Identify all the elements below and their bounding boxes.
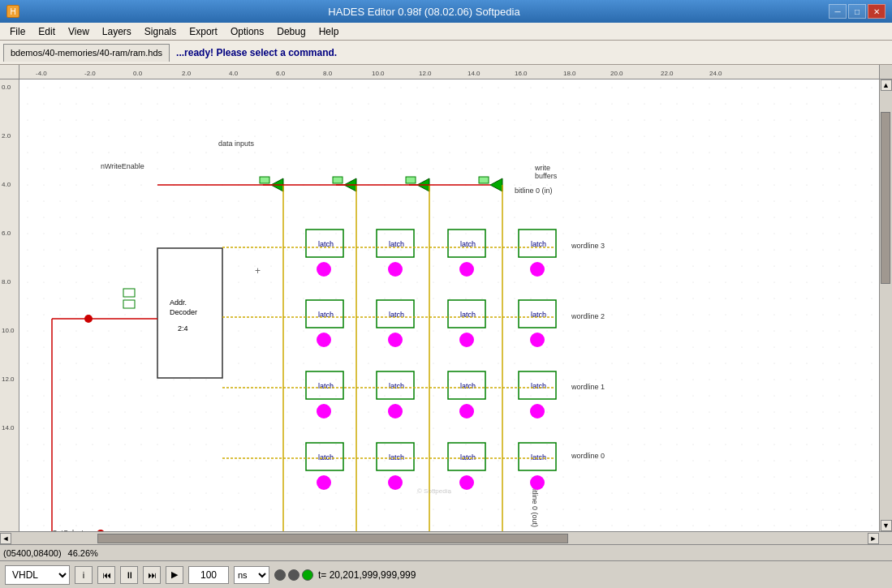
- svg-text:+: +: [255, 265, 261, 277]
- svg-text:nCntSelect: nCntSelect: [48, 529, 84, 531]
- scroll-down-button[interactable]: ▼: [881, 520, 892, 531]
- minimize-button[interactable]: ─: [829, 4, 847, 19]
- svg-point-80: [459, 404, 474, 418]
- svg-text:buffers: buffers: [535, 172, 558, 180]
- svg-text:Decoder: Decoder: [170, 308, 197, 316]
- svg-point-86: [317, 475, 331, 490]
- svg-text:latch: latch: [318, 382, 334, 390]
- pause-button[interactable]: ⏸: [120, 566, 138, 584]
- simulation-status-dots: [274, 569, 313, 581]
- svg-rect-1: [19, 79, 879, 531]
- sim-dot-3: [302, 569, 313, 581]
- ruler-vertical: 0.0 2.0 4.0 6.0 8.0 10.0 12.0 14.0: [0, 79, 19, 531]
- svg-text:bitline 0 (in): bitline 0 (in): [515, 187, 553, 195]
- time-input[interactable]: [188, 566, 229, 584]
- svg-text:latch: latch: [531, 382, 546, 390]
- svg-text:© Softpedia: © Softpedia: [417, 487, 451, 495]
- svg-point-77: [388, 404, 403, 418]
- bottom-toolbar: VHDL i ⏮ ⏸ ⏭ ▶ ns ps us ms t= 20,201,999…: [0, 560, 892, 588]
- svg-point-53: [388, 262, 403, 277]
- svg-text:data inputs: data inputs: [218, 139, 255, 148]
- svg-text:wordline 2: wordline 2: [571, 312, 605, 320]
- menu-layers[interactable]: Layers: [96, 24, 138, 39]
- menu-bar: File Edit View Layers Signals Export Opt…: [0, 23, 892, 41]
- scroll-left-button[interactable]: ◄: [0, 533, 11, 544]
- vhdl-select[interactable]: VHDL: [5, 565, 70, 585]
- svg-point-59: [530, 262, 545, 277]
- svg-rect-41: [479, 177, 489, 183]
- svg-point-68: [459, 333, 474, 347]
- svg-rect-21: [123, 300, 135, 308]
- menu-view[interactable]: View: [62, 24, 96, 39]
- app-icon: H: [6, 5, 19, 18]
- window-title: HADES Editor 0.98f (08.02.06) Softpedia: [19, 6, 829, 18]
- status-bar: (05400,08400) 46.26%: [0, 544, 892, 560]
- svg-text:latch: latch: [460, 382, 476, 390]
- menu-edit[interactable]: Edit: [32, 24, 62, 39]
- svg-text:latch: latch: [460, 453, 476, 461]
- menu-signals[interactable]: Signals: [138, 24, 183, 39]
- info-button[interactable]: i: [75, 566, 93, 584]
- svg-text:latch: latch: [389, 382, 404, 390]
- sim-dot-1: [274, 569, 286, 581]
- close-button[interactable]: ✕: [868, 4, 886, 19]
- svg-point-83: [530, 404, 545, 418]
- menu-export[interactable]: Export: [183, 24, 224, 39]
- menu-options[interactable]: Options: [224, 24, 270, 39]
- horizontal-scroll-track[interactable]: [11, 533, 868, 544]
- status-message: ...ready! Please select a command.: [176, 47, 337, 58]
- schematic-svg: nWriteEnable data inputs write buffers b…: [19, 79, 879, 531]
- play-button[interactable]: ▶: [166, 566, 183, 584]
- svg-point-56: [459, 262, 474, 277]
- svg-text:bitline 0 (out): bitline 0 (out): [531, 485, 539, 527]
- svg-rect-29: [260, 177, 269, 183]
- svg-point-89: [388, 475, 403, 490]
- svg-point-24: [84, 315, 93, 323]
- horizontal-scrollbar[interactable]: ◄ ►: [0, 531, 892, 544]
- menu-help[interactable]: Help: [312, 24, 346, 39]
- svg-text:Addr.: Addr.: [170, 298, 187, 307]
- svg-text:latch: latch: [318, 453, 334, 461]
- svg-rect-20: [123, 289, 135, 297]
- rewind-button[interactable]: ⏮: [97, 566, 115, 584]
- svg-point-50: [317, 262, 331, 277]
- svg-text:2:4: 2:4: [178, 324, 188, 333]
- svg-point-92: [459, 475, 474, 490]
- file-path-tab[interactable]: bdemos/40-memories/40-ram/ram.hds: [3, 44, 170, 62]
- coordinates-display: (05400,08400): [3, 548, 62, 558]
- svg-point-65: [388, 333, 403, 347]
- svg-point-95: [530, 475, 545, 490]
- ruler-horizontal: -4.0 -2.0 0.0 2.0 4.0 6.0 8.0 10.0 12.0 …: [19, 65, 879, 79]
- svg-text:write: write: [534, 164, 550, 172]
- svg-rect-37: [406, 177, 416, 183]
- svg-point-71: [530, 333, 545, 347]
- simulation-time: t= 20,201,999,999,999: [318, 569, 416, 581]
- scroll-right-button[interactable]: ►: [868, 533, 879, 544]
- svg-text:nWriteEnable: nWriteEnable: [101, 162, 144, 170]
- svg-text:wordline 3: wordline 3: [571, 242, 605, 250]
- scroll-up-button[interactable]: ▲: [881, 79, 892, 91]
- svg-rect-33: [333, 177, 343, 183]
- svg-text:latch: latch: [389, 453, 404, 461]
- horizontal-scroll-thumb[interactable]: [97, 534, 568, 543]
- window-controls: ─ □ ✕: [829, 4, 886, 19]
- svg-text:wordline 1: wordline 1: [571, 383, 605, 391]
- svg-point-74: [317, 404, 331, 418]
- maximize-button[interactable]: □: [848, 4, 866, 19]
- time-unit-select[interactable]: ns ps us ms: [234, 566, 269, 584]
- svg-point-62: [317, 333, 331, 347]
- vertical-scrollbar[interactable]: ▲ ▼: [879, 79, 892, 531]
- toolbar: bdemos/40-memories/40-ram/ram.hds ...rea…: [0, 41, 892, 65]
- zoom-display: 46.26%: [68, 548, 98, 558]
- fast-forward-button[interactable]: ⏭: [143, 566, 161, 584]
- svg-text:latch: latch: [531, 453, 546, 461]
- scroll-vthumb[interactable]: [881, 112, 890, 284]
- menu-debug[interactable]: Debug: [270, 24, 312, 39]
- svg-text:wordline 0: wordline 0: [571, 452, 605, 460]
- menu-file[interactable]: File: [3, 24, 32, 39]
- schematic-canvas[interactable]: nWriteEnable data inputs write buffers b…: [19, 79, 879, 531]
- sim-dot-2: [288, 569, 299, 581]
- title-bar: H HADES Editor 0.98f (08.02.06) Softpedi…: [0, 0, 892, 23]
